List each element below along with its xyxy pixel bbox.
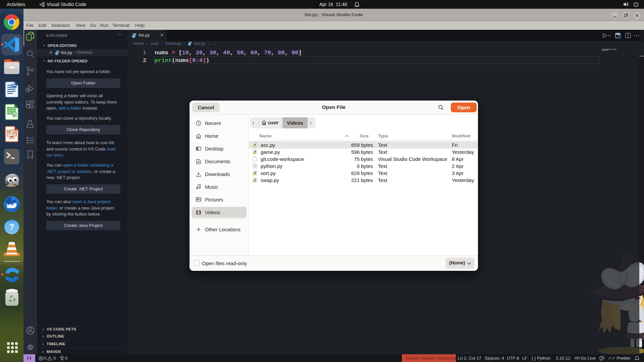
svg-text:?: ? (9, 222, 14, 232)
